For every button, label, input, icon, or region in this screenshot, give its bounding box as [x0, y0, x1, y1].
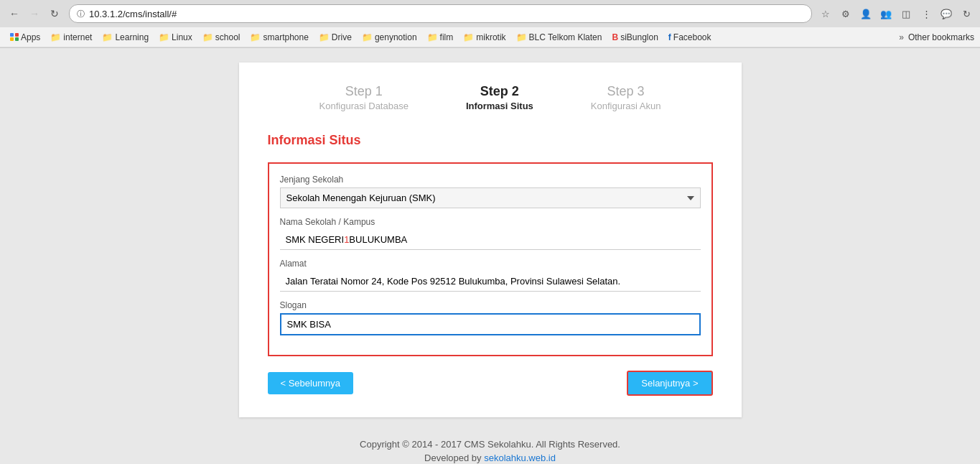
user-icon-2[interactable]: 👥	[878, 6, 894, 22]
reload-icon[interactable]: ↻	[958, 6, 974, 22]
bookmarks-bar: Apps 📁 internet 📁 Learning 📁 Linux 📁 sch…	[0, 27, 980, 47]
step-1: Step 1 Konfigurasi Database	[319, 84, 409, 111]
jenjang-label: Jenjang Sekolah	[280, 175, 701, 185]
sibunglon-favicon: B	[612, 32, 618, 42]
steps-header: Step 1 Konfigurasi Database Step 2 Infor…	[268, 84, 713, 111]
folder-icon: 📁	[319, 32, 330, 42]
bookmark-facebook-label: Facebook	[673, 32, 711, 42]
bookmark-genynotion-label: genynotion	[375, 32, 417, 42]
step-3-number: Step 3	[591, 84, 661, 99]
other-bookmarks-button[interactable]: Other bookmarks	[908, 32, 974, 42]
bookmark-school[interactable]: 📁 school	[198, 31, 245, 44]
bookmarks-more-button[interactable]: »	[896, 31, 907, 44]
bookmark-apps[interactable]: Apps	[6, 31, 45, 44]
profile-icon[interactable]: 👤	[858, 6, 874, 22]
bookmark-sibunglon-label: siBunglon	[620, 32, 658, 42]
section-title: Informasi Situs	[268, 133, 713, 148]
folder-icon: 📁	[202, 32, 213, 42]
prev-button[interactable]: < Sebelumnya	[268, 372, 353, 394]
browser-chrome: ← → ↻ ⓘ 10.3.1.2/cms/install/# ☆ ⚙ 👤 👥 ◫…	[0, 0, 980, 48]
bookmark-sibunglon[interactable]: B siBunglon	[607, 31, 662, 44]
slogan-label: Slogan	[280, 300, 701, 310]
step-3-label: Konfigurasi Akun	[591, 101, 661, 111]
nama-prefix: SMK NEGERI	[286, 234, 345, 245]
bookmark-film[interactable]: 📁 film	[423, 31, 458, 44]
nav-buttons: ← → ↻	[6, 5, 63, 22]
extensions-icon[interactable]: ⚙	[838, 6, 854, 22]
footer-dev-prefix: Developed by	[424, 453, 484, 463]
step-2-label: Informasi Situs	[466, 101, 533, 111]
bookmark-drive-label: Drive	[332, 32, 352, 42]
page-content: Step 1 Konfigurasi Database Step 2 Infor…	[0, 48, 980, 464]
step-2-number: Step 2	[466, 84, 533, 99]
bookmark-genynotion[interactable]: 📁 genynotion	[358, 31, 421, 44]
folder-icon: 📁	[516, 32, 527, 42]
bookmark-star-icon[interactable]: ☆	[818, 6, 834, 22]
folder-icon: 📁	[463, 32, 474, 42]
browser-top-bar: ← → ↻ ⓘ 10.3.1.2/cms/install/# ☆ ⚙ 👤 👥 ◫…	[0, 0, 980, 27]
alamat-group: Alamat	[280, 259, 701, 292]
refresh-button[interactable]: ↻	[46, 5, 63, 22]
bookmark-smartphone-label: smartphone	[263, 32, 308, 42]
facebook-favicon: f	[668, 32, 671, 42]
buttons-row: < Sebelumnya Selanjutnya >	[268, 371, 713, 396]
form-section: Jenjang Sekolah Sekolah Menengah Kejurua…	[268, 162, 713, 356]
bookmark-blc-label: BLC Telkom Klaten	[529, 32, 602, 42]
secure-icon: ⓘ	[77, 9, 85, 19]
back-button[interactable]: ←	[6, 5, 23, 22]
chat-icon[interactable]: 💬	[938, 6, 954, 22]
alamat-label: Alamat	[280, 259, 701, 269]
address-bar[interactable]: ⓘ 10.3.1.2/cms/install/#	[69, 4, 812, 23]
main-card: Step 1 Konfigurasi Database Step 2 Infor…	[239, 62, 742, 417]
folder-icon: 📁	[50, 32, 61, 42]
browser-actions: ☆ ⚙ 👤 👥 ◫ ⋮ 💬 ↻	[818, 6, 974, 22]
bookmark-blc[interactable]: 📁 BLC Telkom Klaten	[512, 31, 607, 44]
nama-suffix: BULUKUMBA	[349, 234, 407, 245]
slogan-input[interactable]	[280, 313, 701, 335]
bookmark-smartphone[interactable]: 📁 smartphone	[246, 31, 312, 44]
bookmark-mikrotik[interactable]: 📁 mikrotik	[459, 31, 510, 44]
nama-label: Nama Sekolah / Kampus	[280, 217, 701, 227]
bookmark-linux-label: Linux	[172, 32, 192, 42]
jenjang-group: Jenjang Sekolah Sekolah Menengah Kejurua…	[280, 175, 701, 208]
bookmark-school-label: school	[215, 32, 241, 42]
bookmark-mikrotik-label: mikrotik	[476, 32, 505, 42]
forward-button[interactable]: →	[26, 5, 43, 22]
step-2: Step 2 Informasi Situs	[466, 84, 533, 111]
cast-icon[interactable]: ◫	[898, 6, 914, 22]
folder-icon: 📁	[159, 32, 169, 42]
step-1-number: Step 1	[319, 84, 409, 99]
footer-copyright: Copyright © 2014 - 2017 CMS Sekolahku. A…	[360, 439, 620, 450]
folder-icon: 📁	[362, 32, 373, 42]
bookmark-linux[interactable]: 📁 Linux	[154, 31, 197, 44]
folder-icon: 📁	[102, 32, 113, 42]
bookmark-apps-label: Apps	[21, 32, 40, 42]
bookmark-learning-label: Learning	[115, 32, 149, 42]
footer-dev-link[interactable]: sekolahku.web.id	[484, 453, 556, 463]
slogan-group: Slogan	[280, 300, 701, 335]
next-button[interactable]: Selanjutnya >	[627, 371, 712, 396]
step-1-label: Konfigurasi Database	[319, 101, 409, 111]
page-footer: Copyright © 2014 - 2017 CMS Sekolahku. A…	[360, 439, 620, 463]
folder-icon: 📁	[427, 32, 438, 42]
apps-grid-dots	[10, 33, 19, 42]
nama-group: Nama Sekolah / Kampus SMK NEGERI 1 BULUK…	[280, 217, 701, 250]
footer-dev: Developed by sekolahku.web.id	[360, 453, 620, 463]
alamat-input[interactable]	[280, 272, 701, 292]
apps-grid-icon[interactable]: ⋮	[918, 6, 934, 22]
nama-highlight: 1	[344, 234, 349, 245]
bookmark-drive[interactable]: 📁 Drive	[314, 31, 356, 44]
bookmark-internet[interactable]: 📁 internet	[46, 31, 96, 44]
bookmark-internet-label: internet	[63, 32, 92, 42]
bookmark-film-label: film	[440, 32, 454, 42]
bookmark-facebook[interactable]: f Facebook	[664, 31, 716, 44]
step-3: Step 3 Konfigurasi Akun	[591, 84, 661, 111]
jenjang-select[interactable]: Sekolah Menengah Kejuruan (SMK)	[280, 187, 701, 208]
folder-icon: 📁	[250, 32, 261, 42]
bookmark-learning[interactable]: 📁 Learning	[98, 31, 153, 44]
nama-input-display: SMK NEGERI 1 BULUKUMBA	[280, 230, 701, 250]
url-text: 10.3.1.2/cms/install/#	[89, 9, 804, 19]
